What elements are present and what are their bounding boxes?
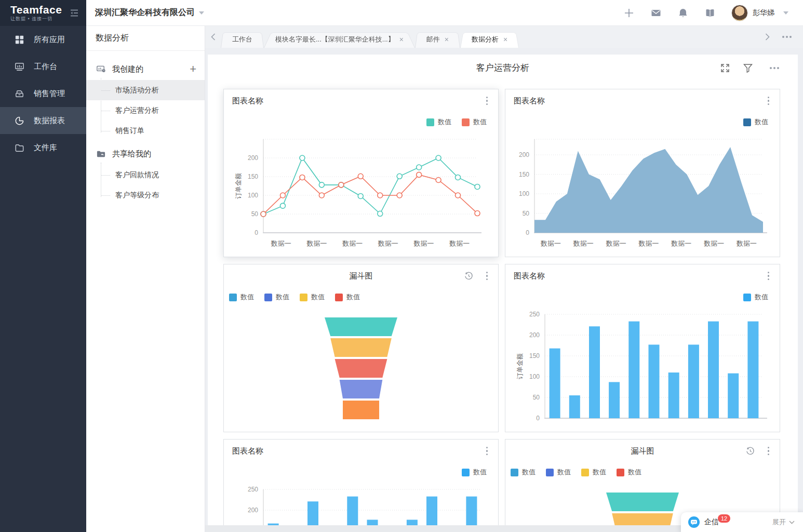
- sidebar-item-sales[interactable]: 销售管理: [0, 80, 86, 107]
- card-menu-icon[interactable]: [483, 95, 491, 108]
- sidebar-collapse-icon[interactable]: [69, 7, 80, 19]
- chart-legend: 数值: [743, 117, 768, 127]
- legend-item[interactable]: 数值: [546, 468, 571, 477]
- nav-group-label: 共享给我的: [112, 149, 151, 159]
- sidebar-item-files[interactable]: 文件库: [0, 134, 86, 161]
- svg-text:200: 200: [248, 507, 258, 514]
- chart-legend: 数值数值: [426, 117, 487, 127]
- legend-item[interactable]: 数值: [462, 468, 487, 477]
- svg-text:数据一: 数据一: [671, 240, 691, 247]
- filter-icon[interactable]: [743, 63, 753, 73]
- legend-item[interactable]: 数值: [426, 117, 451, 127]
- chat-bubble-icon: [688, 516, 700, 528]
- tabs-scroll-left-button[interactable]: [205, 26, 221, 48]
- nav-item-sales-orders[interactable]: 销售订单: [86, 121, 205, 141]
- sidebar-item-all-apps[interactable]: 所有应用: [0, 26, 86, 53]
- card-menu-icon[interactable]: [483, 270, 491, 283]
- svg-text:数据一: 数据一: [736, 240, 757, 247]
- tab-bar: 工作台 模块名字最长...【深圳汇聚华企科技...】× 邮件× 数据分析×: [205, 26, 803, 48]
- nav-item-customer-operation-analysis[interactable]: 客户运营分析: [86, 100, 205, 121]
- svg-text:100: 100: [529, 373, 540, 380]
- folder-icon: [14, 142, 25, 153]
- mail-icon[interactable]: [650, 7, 662, 19]
- tab-data-analysis[interactable]: 数据分析×: [460, 31, 519, 48]
- report-panel: 客户运营分析 图表名称 数值数值 050100150200订单金额数据一数据一数…: [208, 55, 798, 532]
- bell-icon[interactable]: [677, 7, 689, 19]
- tabs-scroll-right-button[interactable]: [759, 26, 775, 48]
- card-menu-icon[interactable]: [483, 445, 491, 458]
- nav-item-market-activity-analysis[interactable]: 市场活动分析: [86, 80, 205, 100]
- svg-text:数据一: 数据一: [378, 240, 398, 247]
- history-icon[interactable]: [745, 446, 755, 456]
- brand-name: Teamface: [10, 4, 62, 16]
- legend-item[interactable]: 数值: [743, 117, 768, 127]
- close-icon[interactable]: ×: [503, 36, 507, 43]
- panel-more-icon[interactable]: [766, 67, 783, 69]
- legend-item[interactable]: 数值: [335, 292, 360, 302]
- chevron-down-icon: [783, 11, 788, 15]
- legend-swatch: [300, 294, 307, 301]
- chart-card-bar-2: 图表名称 数值 050100150200250订单金额: [223, 439, 499, 532]
- legend-item[interactable]: 数值: [511, 468, 536, 477]
- svg-text:0: 0: [536, 415, 540, 422]
- fullscreen-icon[interactable]: [720, 63, 730, 73]
- sidebar-item-label: 文件库: [34, 143, 57, 153]
- legend-item[interactable]: 数值: [462, 117, 487, 127]
- nav-group-my-created[interactable]: 我创建的 +: [86, 58, 205, 80]
- svg-text:150: 150: [248, 173, 258, 180]
- tabs-more-icon[interactable]: [778, 36, 796, 38]
- avatar[interactable]: [731, 5, 748, 21]
- chart-card-line: 图表名称 数值数值 050100150200订单金额数据一数据一数据一数据一数据…: [223, 89, 499, 257]
- svg-text:50: 50: [533, 394, 540, 401]
- book-icon[interactable]: [704, 7, 716, 19]
- svg-text:数据一: 数据一: [606, 240, 626, 247]
- bar-chart: 050100150200250订单金额: [511, 310, 774, 428]
- history-icon[interactable]: [464, 271, 474, 281]
- svg-text:数据一: 数据一: [638, 240, 659, 247]
- tab-mail[interactable]: 邮件×: [415, 31, 460, 48]
- svg-text:数据一: 数据一: [573, 240, 594, 247]
- logo-block: Teamface 让数据 • 连接一切: [0, 0, 86, 26]
- card-menu-icon[interactable]: [765, 95, 773, 108]
- nav-item-customer-payment-status[interactable]: 客户回款情况: [86, 165, 205, 185]
- nav-group-shared-with-me[interactable]: 共享给我的: [86, 143, 205, 165]
- sidebar-item-workbench[interactable]: 工作台: [0, 53, 86, 80]
- svg-text:200: 200: [248, 154, 258, 162]
- user-menu[interactable]: 彭华娣: [731, 5, 788, 21]
- funnel-chart: [229, 312, 493, 428]
- svg-text:订单金额: 订单金额: [516, 353, 524, 380]
- workbench-icon: [14, 61, 25, 72]
- company-selector[interactable]: 深圳汇聚华企科技有限公司: [95, 7, 204, 18]
- svg-text:数据一: 数据一: [342, 240, 363, 247]
- nav-item-customer-level-distribution[interactable]: 客户等级分布: [86, 185, 205, 205]
- add-report-button[interactable]: +: [190, 64, 196, 74]
- card-menu-icon[interactable]: [765, 270, 773, 283]
- legend-item[interactable]: 数值: [300, 292, 325, 302]
- chart-legend: 数值: [462, 468, 487, 477]
- chart-legend: 数值数值数值数值: [229, 292, 360, 302]
- sidebar-item-label: 所有应用: [34, 35, 65, 45]
- svg-text:50: 50: [251, 210, 259, 218]
- legend-item[interactable]: 数值: [617, 468, 641, 477]
- chat-widget[interactable]: 企信 12 展开: [681, 512, 803, 532]
- legend-item[interactable]: 数值: [229, 292, 254, 302]
- sidebar-item-reports[interactable]: 数据报表: [0, 107, 86, 134]
- svg-text:150: 150: [519, 171, 529, 178]
- tab-workbench[interactable]: 工作台: [221, 31, 264, 48]
- tab-long-module[interactable]: 模块名字最长...【深圳汇聚华企科技...】×: [264, 31, 415, 48]
- legend-item[interactable]: 数值: [264, 292, 289, 302]
- legend-item[interactable]: 数值: [581, 468, 606, 477]
- chart-canvas: 050100150200数据一数据一数据一数据一数据一数据一数据一: [511, 135, 774, 252]
- card-menu-icon[interactable]: [765, 445, 773, 458]
- legend-swatch: [462, 469, 470, 476]
- chat-expand-button[interactable]: 展开: [772, 517, 795, 527]
- svg-text:数据一: 数据一: [413, 240, 434, 247]
- svg-text:250: 250: [529, 311, 540, 318]
- close-icon[interactable]: ×: [399, 36, 404, 43]
- svg-text:数据一: 数据一: [540, 240, 561, 247]
- close-icon[interactable]: ×: [445, 36, 449, 43]
- grid-icon: [14, 34, 25, 45]
- legend-item[interactable]: 数值: [743, 292, 768, 302]
- chart-legend: 数值: [743, 292, 768, 302]
- add-icon[interactable]: [623, 7, 635, 19]
